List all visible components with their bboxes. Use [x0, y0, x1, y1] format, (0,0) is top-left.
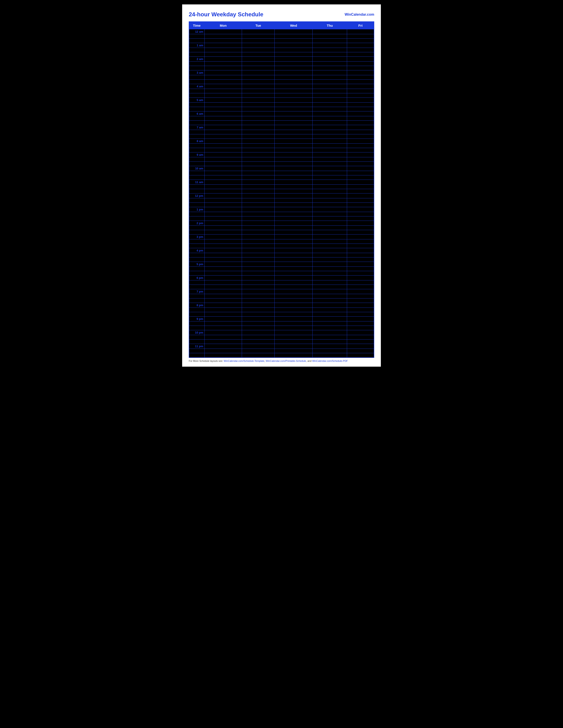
schedule-cell[interactable] — [204, 116, 242, 121]
schedule-cell[interactable] — [274, 134, 313, 139]
schedule-cell[interactable] — [204, 198, 242, 203]
schedule-cell[interactable] — [313, 198, 347, 203]
schedule-cell[interactable] — [274, 216, 313, 221]
schedule-cell[interactable] — [242, 216, 274, 221]
schedule-cell[interactable] — [204, 203, 242, 207]
schedule-cell[interactable] — [242, 203, 274, 207]
schedule-cell[interactable] — [313, 139, 347, 144]
schedule-cell[interactable] — [347, 239, 374, 244]
schedule-cell[interactable] — [204, 157, 242, 162]
schedule-cell[interactable] — [274, 93, 313, 98]
schedule-cell[interactable] — [204, 98, 242, 103]
schedule-cell[interactable] — [274, 98, 313, 103]
schedule-cell[interactable] — [274, 66, 313, 70]
schedule-cell[interactable] — [204, 80, 242, 84]
schedule-cell[interactable] — [313, 162, 347, 166]
schedule-cell[interactable] — [204, 239, 242, 244]
schedule-cell[interactable] — [204, 111, 242, 116]
schedule-cell[interactable] — [204, 57, 242, 62]
schedule-cell[interactable] — [204, 93, 242, 98]
schedule-cell[interactable] — [347, 349, 374, 353]
schedule-cell[interactable] — [347, 98, 374, 103]
schedule-cell[interactable] — [313, 321, 347, 326]
schedule-cell[interactable] — [347, 340, 374, 344]
schedule-cell[interactable] — [274, 221, 313, 226]
schedule-cell[interactable] — [347, 157, 374, 162]
schedule-cell[interactable] — [347, 52, 374, 57]
schedule-cell[interactable] — [347, 294, 374, 298]
schedule-cell[interactable] — [274, 107, 313, 111]
schedule-cell[interactable] — [242, 244, 274, 248]
schedule-cell[interactable] — [347, 48, 374, 52]
schedule-cell[interactable] — [204, 335, 242, 340]
schedule-cell[interactable] — [242, 185, 274, 189]
schedule-cell[interactable] — [274, 280, 313, 285]
schedule-cell[interactable] — [204, 221, 242, 226]
schedule-cell[interactable] — [347, 203, 374, 207]
footer-link-2[interactable]: WinCalendar.com/Printable-Schedule — [266, 360, 306, 362]
schedule-cell[interactable] — [242, 98, 274, 103]
schedule-cell[interactable] — [274, 267, 313, 271]
schedule-cell[interactable] — [274, 148, 313, 152]
schedule-cell[interactable] — [347, 189, 374, 193]
schedule-cell[interactable] — [204, 230, 242, 235]
schedule-cell[interactable] — [204, 298, 242, 303]
schedule-cell[interactable] — [274, 326, 313, 330]
schedule-cell[interactable] — [313, 221, 347, 226]
schedule-cell[interactable] — [274, 139, 313, 144]
schedule-cell[interactable] — [242, 134, 274, 139]
schedule-cell[interactable] — [313, 349, 347, 353]
schedule-cell[interactable] — [204, 148, 242, 152]
schedule-cell[interactable] — [242, 93, 274, 98]
schedule-cell[interactable] — [347, 312, 374, 317]
schedule-cell[interactable] — [274, 285, 313, 289]
schedule-cell[interactable] — [204, 171, 242, 175]
schedule-cell[interactable] — [204, 326, 242, 330]
schedule-cell[interactable] — [242, 207, 274, 212]
schedule-cell[interactable] — [204, 89, 242, 93]
schedule-cell[interactable] — [242, 344, 274, 349]
schedule-cell[interactable] — [347, 84, 374, 89]
schedule-cell[interactable] — [204, 66, 242, 70]
schedule-cell[interactable] — [204, 130, 242, 134]
schedule-cell[interactable] — [204, 62, 242, 66]
schedule-cell[interactable] — [274, 207, 313, 212]
schedule-cell[interactable] — [313, 180, 347, 185]
schedule-cell[interactable] — [347, 29, 374, 34]
schedule-cell[interactable] — [313, 276, 347, 280]
schedule-cell[interactable] — [313, 285, 347, 289]
schedule-cell[interactable] — [242, 326, 274, 330]
schedule-cell[interactable] — [347, 43, 374, 48]
schedule-cell[interactable] — [204, 285, 242, 289]
schedule-cell[interactable] — [274, 62, 313, 66]
schedule-cell[interactable] — [313, 189, 347, 193]
schedule-cell[interactable] — [242, 330, 274, 335]
schedule-cell[interactable] — [347, 152, 374, 157]
schedule-cell[interactable] — [242, 162, 274, 166]
schedule-cell[interactable] — [274, 308, 313, 312]
schedule-cell[interactable] — [313, 317, 347, 321]
schedule-cell[interactable] — [313, 130, 347, 134]
schedule-cell[interactable] — [313, 34, 347, 39]
schedule-cell[interactable] — [204, 244, 242, 248]
schedule-cell[interactable] — [242, 180, 274, 185]
schedule-cell[interactable] — [204, 289, 242, 294]
schedule-cell[interactable] — [204, 212, 242, 216]
schedule-cell[interactable] — [242, 166, 274, 171]
schedule-cell[interactable] — [242, 139, 274, 144]
schedule-cell[interactable] — [204, 267, 242, 271]
schedule-cell[interactable] — [313, 294, 347, 298]
schedule-cell[interactable] — [204, 253, 242, 257]
schedule-cell[interactable] — [313, 125, 347, 130]
schedule-cell[interactable] — [274, 34, 313, 39]
schedule-cell[interactable] — [313, 98, 347, 103]
schedule-cell[interactable] — [313, 152, 347, 157]
schedule-cell[interactable] — [347, 262, 374, 267]
schedule-cell[interactable] — [313, 39, 347, 43]
schedule-cell[interactable] — [242, 103, 274, 107]
schedule-cell[interactable] — [347, 34, 374, 39]
schedule-cell[interactable] — [347, 353, 374, 358]
schedule-cell[interactable] — [274, 152, 313, 157]
schedule-cell[interactable] — [204, 162, 242, 166]
schedule-cell[interactable] — [274, 52, 313, 57]
